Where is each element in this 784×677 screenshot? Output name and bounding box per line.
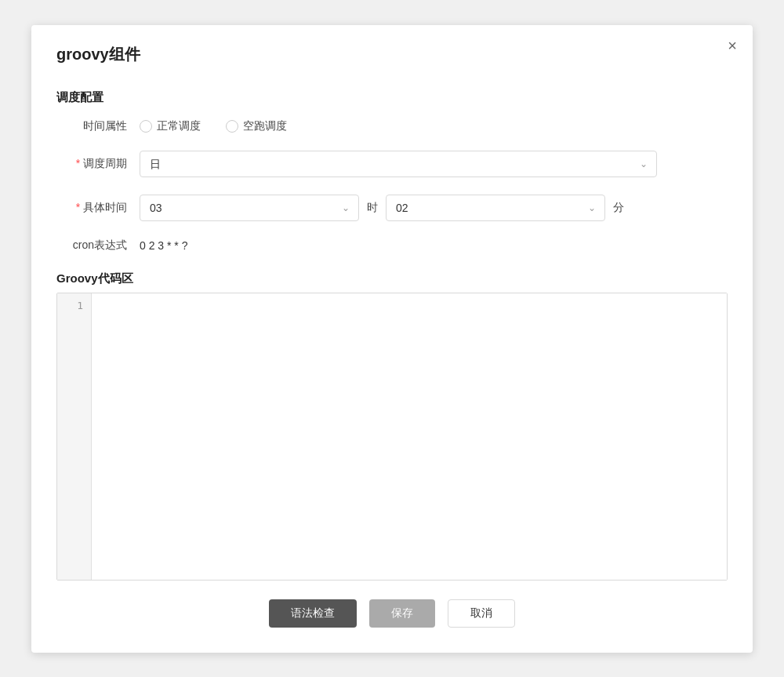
hour-unit: 时 — [367, 201, 378, 215]
radio-normal-schedule[interactable]: 正常调度 — [140, 119, 201, 133]
radio-circle-normal — [140, 120, 152, 133]
cron-row: cron表达式 0 2 3 * * ? — [56, 238, 728, 253]
schedule-section-title: 调度配置 — [56, 90, 728, 105]
radio-idle-schedule[interactable]: 空跑调度 — [226, 119, 287, 133]
radio-circle-idle — [226, 120, 238, 133]
time-label: 具体时间 — [56, 201, 127, 215]
minute-select-wrapper: 02 00 01 03 ⌄ — [386, 195, 605, 221]
period-select[interactable]: 日 周 月 小时 分钟 — [140, 151, 657, 177]
period-row: 调度周期 日 周 月 小时 分钟 ⌄ — [56, 151, 728, 177]
cancel-button[interactable]: 取消 — [448, 599, 515, 628]
cron-label: cron表达式 — [56, 238, 127, 253]
period-label: 调度周期 — [56, 157, 127, 171]
dialog-title: groovy组件 — [56, 44, 728, 65]
close-button[interactable]: × — [728, 38, 737, 53]
line-numbers: 1 — [57, 293, 92, 580]
groovy-dialog: × groovy组件 调度配置 时间属性 正常调度 空跑调度 调度周期 日 周 … — [31, 25, 753, 653]
hour-select-wrapper: 03 00 01 02 ⌄ — [140, 195, 359, 221]
syntax-check-button[interactable]: 语法检查 — [269, 599, 357, 628]
period-select-wrapper: 日 周 月 小时 分钟 ⌄ — [140, 151, 657, 177]
radio-normal-label: 正常调度 — [157, 119, 201, 133]
time-row: 具体时间 03 00 01 02 ⌄ 时 02 00 01 03 ⌄ 分 — [56, 195, 728, 221]
minute-unit: 分 — [613, 201, 624, 215]
time-attr-row: 时间属性 正常调度 空跑调度 — [56, 119, 728, 133]
time-attr-label: 时间属性 — [56, 119, 127, 133]
radio-idle-label: 空跑调度 — [243, 119, 287, 133]
cron-value: 0 2 3 * * ? — [140, 239, 188, 252]
code-section-title: Groovy代码区 — [56, 271, 728, 286]
hour-select[interactable]: 03 00 01 02 — [140, 195, 359, 221]
save-button[interactable]: 保存 — [369, 599, 435, 628]
radio-group-time-attr: 正常调度 空跑调度 — [140, 119, 287, 133]
code-area: 1 — [56, 293, 728, 581]
minute-select[interactable]: 02 00 01 03 — [386, 195, 605, 221]
code-editor[interactable] — [92, 293, 727, 580]
footer: 语法检查 保存 取消 — [56, 599, 728, 628]
line-number-1: 1 — [65, 300, 83, 311]
